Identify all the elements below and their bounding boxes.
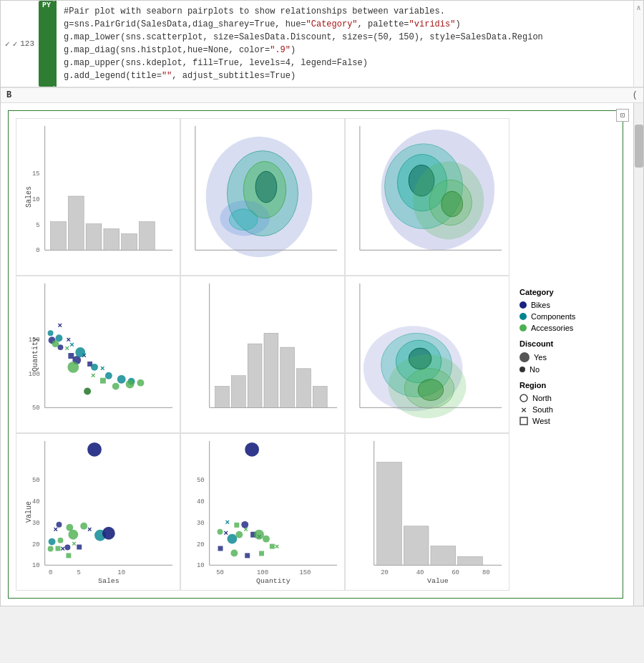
- svg-text:10: 10: [197, 562, 205, 569]
- svg-rect-11: [139, 222, 155, 251]
- svg-text:30: 30: [32, 520, 40, 527]
- legend-item-yes: Yes: [519, 352, 605, 362]
- plot-cell-2-1: 10 20 30 40 50 50 100 150: [180, 433, 345, 591]
- svg-rect-68: [313, 387, 327, 408]
- svg-point-15: [255, 171, 277, 203]
- svg-point-123: [218, 529, 223, 535]
- svg-rect-150: [520, 417, 527, 425]
- y-label-value: Value: [25, 501, 33, 523]
- svg-point-17: [229, 209, 258, 231]
- svg-point-49: [117, 375, 126, 384]
- plot-cell-1-1: [180, 276, 345, 433]
- svg-point-59: [137, 379, 145, 387]
- cell-header: ✓ ✓ 123 PY #Pair plot with seaborn pairp…: [1, 1, 643, 87]
- check-icon2[interactable]: ✓: [13, 39, 18, 49]
- svg-text:0: 0: [49, 569, 52, 576]
- accessories-color: [519, 324, 527, 332]
- svg-text:10: 10: [32, 562, 40, 569]
- svg-point-45: [75, 347, 85, 357]
- legend-item-west: West: [519, 417, 605, 425]
- svg-point-126: [241, 521, 248, 528]
- legend-item-north: North: [519, 394, 605, 402]
- notebook-cell: ✓ ✓ 123 PY #Pair plot with seaborn pairp…: [0, 0, 644, 606]
- legend-item-south: × South: [519, 405, 605, 414]
- svg-rect-62: [215, 387, 230, 408]
- svg-rect-7: [68, 196, 84, 250]
- svg-text:Quantity: Quantity: [256, 577, 291, 585]
- svg-point-121: [235, 531, 243, 538]
- bikes-label: Bikes: [531, 301, 550, 309]
- discount-yes-dot: [519, 352, 530, 362]
- legend-region-title: Region: [519, 381, 605, 389]
- svg-point-96: [58, 538, 64, 543]
- plot-main-grid: Sales 0 5 10 15: [16, 118, 509, 591]
- svg-point-46: [91, 364, 98, 371]
- svg-rect-145: [431, 546, 456, 566]
- svg-text:×: ×: [224, 529, 229, 538]
- legend-item-accessories: Accessories: [519, 324, 605, 332]
- svg-point-104: [102, 527, 115, 540]
- svg-rect-66: [280, 347, 295, 407]
- y-label-sales: Sales: [25, 186, 33, 208]
- plot-cell-0-1: [180, 118, 345, 276]
- discount-no-label: No: [530, 365, 540, 374]
- svg-point-148: [520, 395, 527, 402]
- svg-text:50: 50: [216, 569, 224, 576]
- run-count: 123: [20, 39, 34, 48]
- plot-cell-1-0: Quantity 50 100 150 ×: [16, 276, 180, 433]
- svg-text:60: 60: [452, 569, 459, 576]
- svg-rect-134: [245, 553, 250, 558]
- svg-text:×: ×: [225, 518, 230, 527]
- scrollbar[interactable]: [633, 103, 643, 606]
- svg-rect-97: [66, 553, 71, 558]
- code-line-2: g=sns.PairGrid(SalesData,diag_sharey=Tru…: [64, 18, 626, 31]
- plot-cell-0-2: [345, 118, 509, 276]
- legend-item-no: No: [519, 365, 605, 374]
- svg-point-56: [112, 383, 119, 390]
- cell-controls: ✓ ✓ 123: [1, 1, 39, 87]
- plot-cell-2-0: Value 10 20 30 40 50 0: [16, 433, 180, 591]
- legend-item-components: Components: [519, 312, 605, 321]
- svg-point-120: [227, 534, 237, 544]
- svg-rect-133: [259, 551, 264, 556]
- plot-cell-1-2: [345, 276, 509, 433]
- svg-text:20: 20: [197, 541, 205, 548]
- svg-rect-65: [264, 333, 278, 407]
- svg-text:5: 5: [77, 569, 81, 576]
- svg-text:40: 40: [197, 498, 205, 505]
- svg-point-129: [254, 530, 264, 540]
- svg-point-75: [418, 379, 444, 401]
- check-icon1[interactable]: ✓: [5, 39, 10, 49]
- svg-text:30: 30: [197, 520, 205, 527]
- bikes-color: [519, 301, 527, 309]
- svg-text:40: 40: [32, 498, 40, 505]
- plot-cell-2-2: 20 40 60 80 Value: [345, 433, 509, 591]
- svg-rect-146: [458, 556, 483, 565]
- discount-yes-label: Yes: [534, 353, 547, 362]
- components-label: Components: [531, 312, 575, 321]
- svg-point-95: [49, 538, 56, 546]
- plot-row-2: Quantity 50 100 150 ×: [16, 276, 509, 433]
- svg-point-58: [126, 380, 135, 389]
- svg-text:10: 10: [32, 196, 40, 203]
- scrollbar-thumb[interactable]: [635, 125, 643, 168]
- west-label: West: [532, 417, 550, 425]
- svg-rect-8: [86, 224, 102, 251]
- svg-rect-10: [122, 234, 137, 251]
- expand-icon[interactable]: ⊡: [616, 109, 629, 122]
- svg-text:×: ×: [60, 545, 65, 553]
- svg-text:×: ×: [69, 341, 74, 349]
- south-cross-icon: ×: [519, 405, 528, 414]
- plot-row-1: Sales 0 5 10 15: [16, 118, 509, 276]
- svg-text:50: 50: [197, 477, 205, 484]
- svg-rect-90: [56, 546, 61, 551]
- code-line-4: g.map_diag(sns.histplot,hue=None, color=…: [64, 44, 626, 57]
- legend-category-title: Category: [519, 288, 605, 296]
- svg-text:40: 40: [416, 569, 424, 576]
- code-line-1: #Pair plot with seaborn pairplots to sho…: [64, 5, 626, 18]
- svg-point-114: [245, 442, 259, 457]
- svg-text:Sales: Sales: [98, 577, 119, 585]
- svg-point-53: [67, 362, 79, 373]
- output-tab-label[interactable]: B: [6, 90, 11, 100]
- svg-point-26: [441, 191, 463, 217]
